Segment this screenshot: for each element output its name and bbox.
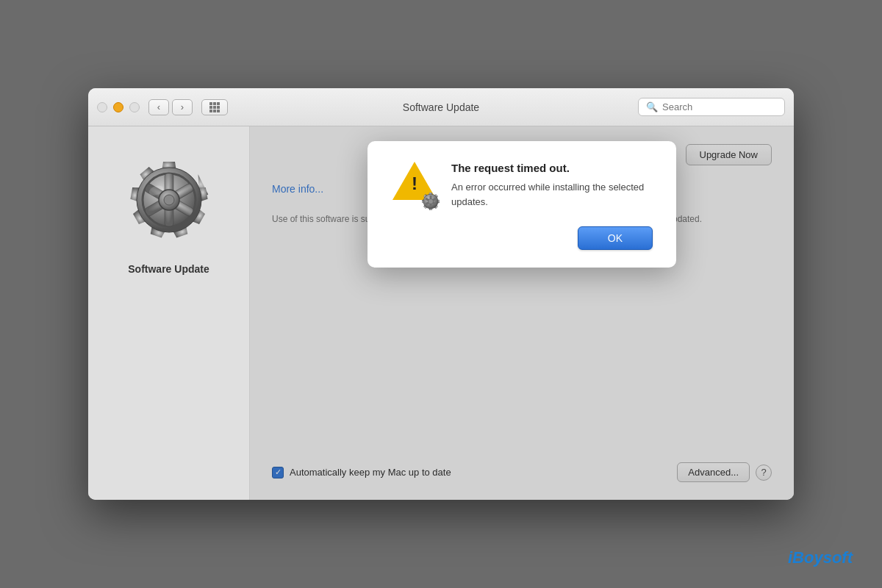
window-title: Software Update <box>403 101 479 113</box>
minimize-button[interactable] <box>113 102 123 112</box>
maximize-button[interactable] <box>129 102 140 112</box>
dialog-message: An error occurred while installing the s… <box>451 180 653 209</box>
chevron-left-icon: ‹ <box>157 101 160 112</box>
search-icon: 🔍 <box>646 101 658 112</box>
grid-view-button[interactable] <box>201 99 228 115</box>
exclamation-icon: ! <box>412 175 417 193</box>
dialog-overlay: ! <box>250 126 794 500</box>
ok-button[interactable]: OK <box>578 226 653 250</box>
content-panel: Upgrade Now More info... Use of this sof… <box>250 126 794 500</box>
chevron-right-icon: › <box>181 101 184 112</box>
back-button[interactable]: ‹ <box>148 99 169 115</box>
traffic-lights <box>97 102 140 112</box>
svg-point-15 <box>164 195 174 205</box>
svg-point-29 <box>429 199 434 204</box>
dialog-title: The request timed out. <box>451 162 653 174</box>
close-button[interactable] <box>97 102 107 112</box>
search-input[interactable] <box>662 101 777 112</box>
branding: iBoysoft <box>788 548 853 567</box>
forward-button[interactable]: › <box>172 99 193 115</box>
dialog-text-area: The request timed out. An error occurred… <box>451 162 653 209</box>
sidebar-label: Software Update <box>128 263 209 275</box>
main-window: ‹ › Software Update 🔍 <box>88 88 794 500</box>
dialog-actions: OK <box>391 226 653 250</box>
grid-icon <box>209 102 220 112</box>
nav-buttons: ‹ › <box>148 99 193 115</box>
dialog-body: ! <box>391 162 653 209</box>
main-content: Software Update Upgrade Now More info...… <box>88 126 794 500</box>
sidebar: Software Update <box>88 126 250 500</box>
gear-overlay-icon <box>420 191 441 212</box>
gear-icon-container <box>118 148 220 251</box>
warning-icon: ! <box>391 162 438 209</box>
software-update-icon <box>118 148 220 251</box>
titlebar: ‹ › Software Update 🔍 <box>88 88 794 126</box>
error-dialog: ! <box>368 141 676 268</box>
search-box[interactable]: 🔍 <box>638 98 785 116</box>
